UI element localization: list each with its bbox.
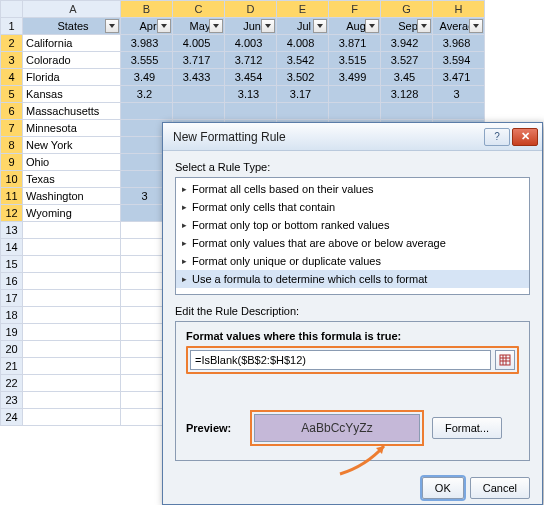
cell-state[interactable]: Florida bbox=[23, 69, 121, 86]
row-header[interactable]: 3 bbox=[1, 52, 23, 69]
cell[interactable] bbox=[173, 86, 225, 103]
cell-header-sep[interactable]: Sep bbox=[381, 18, 433, 35]
row-header[interactable]: 19 bbox=[1, 324, 23, 341]
cell[interactable]: 3.717 bbox=[173, 52, 225, 69]
cell-state[interactable]: Texas bbox=[23, 171, 121, 188]
cell-header-states[interactable]: States bbox=[23, 18, 121, 35]
formula-input[interactable] bbox=[190, 350, 491, 370]
row-header[interactable]: 14 bbox=[1, 239, 23, 256]
cell-state[interactable]: Washington bbox=[23, 188, 121, 205]
dialog-titlebar[interactable]: New Formatting Rule ? ✕ bbox=[163, 123, 542, 151]
cell[interactable]: 3.454 bbox=[225, 69, 277, 86]
row-header[interactable]: 5 bbox=[1, 86, 23, 103]
col-header-a[interactable]: A bbox=[23, 1, 121, 18]
filter-button[interactable] bbox=[157, 19, 171, 33]
filter-button[interactable] bbox=[261, 19, 275, 33]
row-header[interactable]: 16 bbox=[1, 273, 23, 290]
close-button[interactable]: ✕ bbox=[512, 128, 538, 146]
filter-button[interactable] bbox=[105, 19, 119, 33]
cell[interactable]: 3.871 bbox=[329, 35, 381, 52]
filter-button[interactable] bbox=[365, 19, 379, 33]
cell-state[interactable]: New York bbox=[23, 137, 121, 154]
cell[interactable]: 3.594 bbox=[433, 52, 485, 69]
row-header[interactable]: 11 bbox=[1, 188, 23, 205]
cell[interactable]: 3.13 bbox=[225, 86, 277, 103]
select-all-corner[interactable] bbox=[1, 1, 23, 18]
help-button[interactable]: ? bbox=[484, 128, 510, 146]
cell[interactable]: 3.471 bbox=[433, 69, 485, 86]
cell[interactable] bbox=[23, 239, 121, 256]
cell[interactable]: 3.17 bbox=[277, 86, 329, 103]
cell[interactable] bbox=[329, 86, 381, 103]
cell-state[interactable]: Colorado bbox=[23, 52, 121, 69]
cell-state[interactable]: Massachusetts bbox=[23, 103, 121, 120]
row-header[interactable]: 1 bbox=[1, 18, 23, 35]
col-header-c[interactable]: C bbox=[173, 1, 225, 18]
rule-item[interactable]: Format only cells that contain bbox=[176, 198, 529, 216]
row-header[interactable]: 4 bbox=[1, 69, 23, 86]
filter-button[interactable] bbox=[313, 19, 327, 33]
cell[interactable]: 3.942 bbox=[381, 35, 433, 52]
row-header[interactable]: 7 bbox=[1, 120, 23, 137]
cell[interactable]: 3 bbox=[433, 86, 485, 103]
cell[interactable] bbox=[23, 222, 121, 239]
row-header[interactable]: 6 bbox=[1, 103, 23, 120]
cell[interactable]: 4.008 bbox=[277, 35, 329, 52]
cell[interactable] bbox=[173, 103, 225, 120]
range-selector-button[interactable] bbox=[495, 350, 515, 370]
cell[interactable]: 3.499 bbox=[329, 69, 381, 86]
cell[interactable] bbox=[225, 103, 277, 120]
col-header-b[interactable]: B bbox=[121, 1, 173, 18]
cell-state[interactable]: Wyoming bbox=[23, 205, 121, 222]
cell-state[interactable]: Ohio bbox=[23, 154, 121, 171]
filter-button[interactable] bbox=[469, 19, 483, 33]
cell-header-may[interactable]: May bbox=[173, 18, 225, 35]
row-header[interactable]: 12 bbox=[1, 205, 23, 222]
cell[interactable] bbox=[23, 256, 121, 273]
filter-button[interactable] bbox=[417, 19, 431, 33]
row-header[interactable]: 10 bbox=[1, 171, 23, 188]
filter-button[interactable] bbox=[209, 19, 223, 33]
cell-state[interactable]: Kansas bbox=[23, 86, 121, 103]
cell[interactable] bbox=[329, 103, 381, 120]
row-header[interactable]: 18 bbox=[1, 307, 23, 324]
col-header-e[interactable]: E bbox=[277, 1, 329, 18]
col-header-h[interactable]: H bbox=[433, 1, 485, 18]
rule-type-list[interactable]: Format all cells based on their values F… bbox=[175, 177, 530, 295]
col-header-g[interactable]: G bbox=[381, 1, 433, 18]
cell[interactable] bbox=[23, 358, 121, 375]
row-header[interactable]: 17 bbox=[1, 290, 23, 307]
cell-header-jul[interactable]: Jul bbox=[277, 18, 329, 35]
row-header[interactable]: 22 bbox=[1, 375, 23, 392]
cell[interactable] bbox=[23, 273, 121, 290]
rule-item-selected[interactable]: Use a formula to determine which cells t… bbox=[176, 270, 529, 288]
cell[interactable]: 3.983 bbox=[121, 35, 173, 52]
rule-item[interactable]: Format all cells based on their values bbox=[176, 180, 529, 198]
row-header[interactable]: 9 bbox=[1, 154, 23, 171]
cell[interactable] bbox=[23, 409, 121, 426]
format-button[interactable]: Format... bbox=[432, 417, 502, 439]
row-header[interactable]: 21 bbox=[1, 358, 23, 375]
row-header[interactable]: 8 bbox=[1, 137, 23, 154]
row-header[interactable]: 2 bbox=[1, 35, 23, 52]
cell[interactable]: 4.003 bbox=[225, 35, 277, 52]
cell[interactable] bbox=[23, 392, 121, 409]
row-header[interactable]: 24 bbox=[1, 409, 23, 426]
cell[interactable] bbox=[277, 103, 329, 120]
rule-item[interactable]: Format only top or bottom ranked values bbox=[176, 216, 529, 234]
cell-header-aug[interactable]: Aug bbox=[329, 18, 381, 35]
col-header-f[interactable]: F bbox=[329, 1, 381, 18]
cell[interactable]: 4.005 bbox=[173, 35, 225, 52]
cell-header-jun[interactable]: Jun bbox=[225, 18, 277, 35]
cell-state[interactable]: California bbox=[23, 35, 121, 52]
row-header[interactable]: 13 bbox=[1, 222, 23, 239]
row-header[interactable]: 20 bbox=[1, 341, 23, 358]
cell[interactable]: 3.2 bbox=[121, 86, 173, 103]
cell[interactable] bbox=[23, 307, 121, 324]
cell-state[interactable]: Minnesota bbox=[23, 120, 121, 137]
cell-header-apr[interactable]: Apr bbox=[121, 18, 173, 35]
cell-header-avg[interactable]: Average bbox=[433, 18, 485, 35]
cell[interactable] bbox=[23, 324, 121, 341]
cell[interactable]: 3.45 bbox=[381, 69, 433, 86]
cell[interactable] bbox=[23, 341, 121, 358]
